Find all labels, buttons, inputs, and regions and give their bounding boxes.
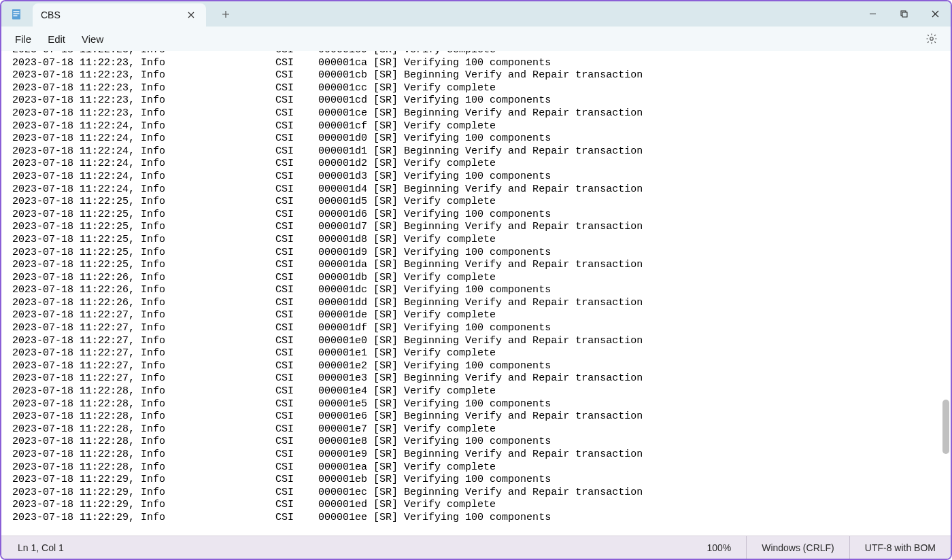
new-tab-button[interactable] [214, 3, 237, 26]
close-window-button[interactable] [919, 1, 951, 27]
status-cursor-position: Ln 1, Col 1 [1, 542, 692, 553]
svg-point-6 [930, 37, 934, 41]
menubar-left: File Edit View [7, 29, 112, 49]
tab-close-button[interactable] [184, 8, 198, 22]
minimize-button[interactable] [857, 1, 888, 27]
svg-rect-2 [14, 13, 20, 14]
menu-edit[interactable]: Edit [39, 29, 73, 49]
maximize-button[interactable] [888, 1, 919, 27]
svg-rect-5 [902, 12, 907, 17]
status-encoding[interactable]: UTF-8 with BOM [849, 536, 951, 559]
titlebar: CBS [1, 1, 951, 27]
svg-rect-1 [14, 11, 20, 12]
tab-title: CBS [41, 10, 184, 20]
settings-button[interactable] [923, 31, 940, 47]
vertical-scrollbar-thumb[interactable] [942, 400, 949, 454]
status-zoom[interactable]: 100% [692, 536, 746, 559]
titlebar-left: CBS [1, 1, 237, 27]
menubar: File Edit View [1, 27, 951, 51]
notepad-app-icon [10, 7, 23, 21]
window-controls [857, 1, 951, 27]
editor-content[interactable]: 2023-07-18 11:22:23, Info CSI 000001c9 [… [1, 51, 951, 525]
menu-file[interactable]: File [7, 29, 39, 49]
document-tab[interactable]: CBS [33, 3, 206, 27]
status-line-ending[interactable]: Windows (CRLF) [746, 536, 849, 559]
menu-view[interactable]: View [73, 29, 112, 49]
statusbar: Ln 1, Col 1 100% Windows (CRLF) UTF-8 wi… [1, 536, 951, 559]
svg-rect-3 [14, 15, 18, 16]
text-editor[interactable]: 2023-07-18 11:22:23, Info CSI 000001c9 [… [1, 51, 951, 536]
